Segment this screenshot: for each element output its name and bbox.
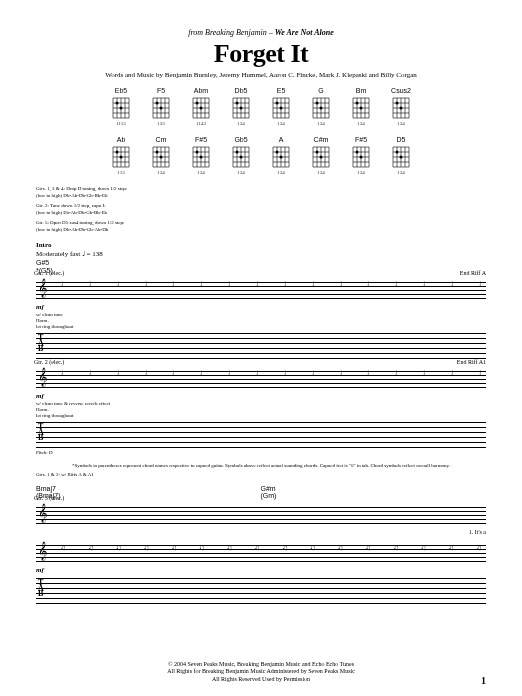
svg-point-107: [120, 156, 123, 159]
svg-point-46: [236, 102, 239, 105]
svg-point-23: [160, 107, 163, 110]
song-title: Forget It: [36, 39, 486, 69]
chord-name: Ab: [117, 136, 126, 143]
chord-frets: 134: [237, 170, 245, 175]
notation-staff: 𝄞 ♩♩♩♩♩♩♩♩♩♩♩♩♩♩♩♩: [36, 367, 486, 391]
staff-system-3: Gtr. 3 (elec.) 𝄞 1. It's a 𝄞 ♫♫♫♫♫♫♫♫♫♫♫…: [36, 503, 486, 604]
svg-point-70: [316, 102, 319, 105]
tuning-1b: (low to high) Db-Ab-Db-Gb-Bb-Eb: [36, 193, 108, 198]
chord-frets: 134: [317, 170, 325, 175]
chord-frets: 134: [397, 170, 405, 175]
chord-frets: 1143: [196, 121, 206, 126]
svg-point-167: [320, 156, 323, 159]
chord-name: A: [279, 136, 284, 143]
staff-system-2: Gtr. 2 (elec.) End Riff A1 𝄞 ♩♩♩♩♩♩♩♩♩♩♩…: [36, 367, 486, 455]
chord-diagram: D5134: [386, 136, 416, 175]
chord-diagram: A134: [266, 136, 296, 175]
svg-point-10: [116, 102, 119, 105]
svg-point-191: [400, 156, 403, 159]
tuning-3b: (low to high) Db-Ab-Db-Gb-Ab-Db: [36, 227, 108, 232]
dynamic-mf: mf: [36, 392, 486, 400]
songwriter-credits: Words and Music by Benjamin Burnley, Jer…: [36, 71, 486, 79]
svg-point-131: [200, 156, 203, 159]
notation-staff: 𝄞 ♩♩♩♩♩♩♩♩♩♩♩♩♩♩♩♩: [36, 278, 486, 302]
chord-frets: 1113: [116, 121, 126, 126]
staff-system-1: Gtr. 1 (elec.) End Riff A 𝄞 ♩♩♩♩♩♩♩♩♩♩♩♩…: [36, 278, 486, 359]
svg-point-119: [160, 156, 163, 159]
chord-symbol-paren: *(G5): [36, 267, 486, 274]
perf-harm: Harm.: [36, 407, 486, 412]
chord-diagram: Gb5134: [226, 136, 256, 175]
svg-point-155: [280, 156, 283, 159]
end-riff-a1: End Riff A1: [457, 359, 486, 365]
chord-frets: 134: [237, 121, 245, 126]
tab-staff: TAB: [36, 420, 486, 448]
svg-point-154: [276, 151, 279, 154]
chord-frets: 134: [357, 170, 365, 175]
svg-point-143: [240, 156, 243, 159]
chord-diagram: Csus2134: [386, 87, 416, 126]
svg-point-190: [396, 151, 399, 154]
asterisk-note: *Symbols in parentheses represent chord …: [36, 463, 486, 468]
chord-frets: 134: [397, 121, 405, 126]
dynamic-mf: mf: [36, 566, 486, 574]
chord-diagram: Abm1143: [186, 87, 216, 126]
chord-name: Db5: [235, 87, 248, 94]
chord-name: F#5: [355, 136, 367, 143]
chord-frets: 134: [277, 121, 285, 126]
gtr-1-label: Gtr. 1 (elec.): [34, 270, 64, 276]
svg-point-22: [156, 102, 159, 105]
chord-diagram: F#5134: [186, 136, 216, 175]
chord-name: D5: [397, 136, 406, 143]
gtrs-12-riffs: Gtrs. 1 & 2: w/ Riffs A & A1: [36, 472, 486, 477]
perf-clean-tone: w/ clean tone: [36, 312, 486, 317]
svg-point-47: [240, 107, 243, 110]
chord-frets: 134: [277, 170, 285, 175]
chord-diagram: Db5134: [226, 87, 256, 126]
notation-staff: 𝄞: [36, 503, 486, 527]
perf-letring: let ring throughout: [36, 413, 486, 418]
chord-diagram: C#m134: [306, 136, 336, 175]
svg-point-11: [120, 107, 123, 110]
svg-point-82: [356, 102, 359, 105]
svg-point-166: [316, 151, 319, 154]
from-text: from Breaking Benjamin –: [188, 28, 273, 37]
svg-point-83: [360, 107, 363, 110]
chord-name: Cm: [156, 136, 167, 143]
svg-point-106: [116, 151, 119, 154]
copyright-2: All Rights for Breaking Benjamin Music A…: [0, 668, 522, 676]
dynamic-mf: mf: [36, 303, 486, 311]
chord-frets: 134: [317, 121, 325, 126]
pitch-d: Pitch: D: [36, 450, 486, 455]
chord-diagram: Bm134: [346, 87, 376, 126]
chord-frets: 134: [197, 170, 205, 175]
perf-letring: let ring throughout: [36, 324, 486, 329]
svg-point-34: [196, 102, 199, 105]
tuning-2b: (low to high) Eb-Ab-Db-Gb-Bb-Eb: [36, 210, 107, 215]
svg-point-35: [200, 107, 203, 110]
page-number: 1: [481, 675, 486, 686]
chord-diagram: Ab113: [106, 136, 136, 175]
svg-point-58: [276, 102, 279, 105]
header: from Breaking Benjamin – We Are Not Alon…: [36, 28, 486, 79]
chord-name: F5: [157, 87, 165, 94]
svg-point-95: [400, 107, 403, 110]
tempo-marking: Moderately fast ♩ = 138: [36, 250, 486, 258]
source-line: from Breaking Benjamin – We Are Not Alon…: [36, 28, 486, 37]
chord-diagram: G134: [306, 87, 336, 126]
chord-name: C#m: [314, 136, 329, 143]
svg-point-59: [280, 107, 283, 110]
end-riff-a: End Riff A: [460, 270, 486, 276]
chord-name: G: [318, 87, 323, 94]
tuning-1a: Gtrs. 1, 3 & 4: Drop D tuning, down 1/2 …: [36, 186, 127, 191]
svg-point-130: [196, 151, 199, 154]
tuning-2a: Gtr. 2: Tune down 1/2 step, capo I:: [36, 203, 106, 208]
chord-name: F#5: [195, 136, 207, 143]
notation-staff-gtr3: 𝄞 ♫♫♫♫♫♫♫♫♫♫♫♫♫♫♫♫: [36, 541, 486, 565]
chord-frets: 133: [157, 121, 165, 126]
copyright-3: All Rights Reserved Used by Permission: [0, 676, 522, 684]
album-name: We Are Not Alone: [275, 28, 334, 37]
chord-diagrams-row1: Eb51113F5133Abm1143Db5134E5134G134Bm134C…: [36, 87, 486, 126]
svg-point-179: [360, 156, 363, 159]
chord-diagram: Cm134: [146, 136, 176, 175]
